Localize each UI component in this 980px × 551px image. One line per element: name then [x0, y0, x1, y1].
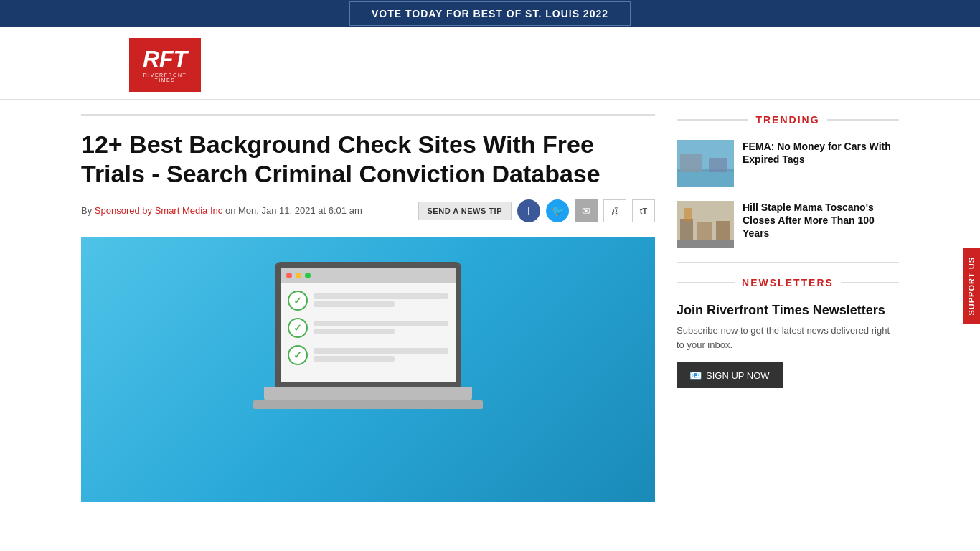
author-link[interactable]: Sponsored by Smart Media Inc	[95, 205, 222, 216]
trending-label: TRENDING	[755, 114, 819, 126]
check-circle-1: ✓	[288, 291, 308, 311]
window-dot-red	[286, 273, 292, 278]
vote-banner-link[interactable]: VOTE TODAY FOR BEST OF ST. LOUIS 2022	[349, 1, 631, 26]
line-group-2	[314, 321, 448, 334]
screen-content: ✓ ✓	[281, 283, 456, 372]
text-size-button[interactable]: tT	[632, 199, 655, 222]
window-dot-green	[305, 273, 311, 278]
article-meta: By Sponsored by Smart Media Inc on Mon, …	[81, 199, 655, 222]
line-short-3	[314, 356, 395, 362]
svg-rect-6	[680, 219, 693, 244]
line-long-2	[314, 321, 448, 326]
line-long-1	[314, 293, 448, 299]
sign-up-label: SIGN UP NOW	[706, 370, 770, 381]
sign-up-icon: 📧	[689, 369, 702, 381]
article-title: 12+ Best Background Check Sites With Fre…	[81, 130, 655, 189]
svg-rect-4	[709, 158, 727, 172]
top-banner[interactable]: VOTE TODAY FOR BEST OF ST. LOUIS 2022	[0, 0, 980, 27]
newsletters-label: NEWSLETTERS	[742, 277, 834, 288]
support-us-button[interactable]: SUPPORT US	[963, 248, 980, 324]
article-image: ✓ ✓	[81, 237, 655, 502]
trending-text-1: FEMA: No Money for Cars With Expired Tag…	[743, 140, 899, 187]
sidebar: TRENDING FEMA: No Money for Cars With Ex…	[677, 100, 899, 502]
logo-container: RFT RIVERFRONT TIMES	[129, 38, 980, 92]
trending-thumb-2	[677, 201, 734, 248]
laptop-screen: ✓ ✓	[275, 262, 461, 387]
line-group-3	[314, 348, 448, 362]
twitter-share-button[interactable]: 🐦	[546, 199, 569, 222]
article-main: 12+ Best Background Check Sites With Fre…	[81, 100, 677, 502]
svg-rect-9	[677, 240, 734, 248]
logo-sub-text: RIVERFRONT TIMES	[133, 72, 197, 83]
send-news-tip-button[interactable]: SEND A NEWS TIP	[418, 202, 512, 220]
check-mark-2: ✓	[293, 322, 302, 334]
line-group-1	[314, 293, 448, 307]
trending-line-right	[827, 119, 899, 121]
trending-thumb-1	[677, 140, 734, 187]
email-share-button[interactable]: ✉	[575, 199, 598, 222]
trending-item-1[interactable]: FEMA: No Money for Cars With Expired Tag…	[677, 140, 899, 187]
check-circle-3: ✓	[288, 345, 308, 365]
trending-section-header: TRENDING	[677, 114, 899, 126]
check-mark-1: ✓	[293, 295, 302, 306]
laptop-bottom	[253, 400, 483, 409]
newsletters-line-left	[677, 282, 735, 283]
header: RFT RIVERFRONT TIMES	[0, 27, 980, 100]
laptop-illustration: ✓ ✓	[246, 262, 490, 463]
content-wrapper: 12+ Best Background Check Sites With Fre…	[67, 100, 913, 502]
trending-headline-2: Hill Staple Mama Toscano's Closes After …	[743, 202, 875, 239]
svg-rect-10	[684, 208, 692, 221]
sign-up-button[interactable]: 📧 SIGN UP NOW	[677, 362, 783, 388]
author-suffix: on Mon, Jan 11, 2021 at 6:01 am	[225, 205, 362, 216]
logo-rft-text: RFT	[143, 47, 187, 70]
line-short-2	[314, 329, 395, 334]
svg-rect-3	[680, 154, 702, 172]
laptop-base	[264, 387, 472, 400]
newsletter-title: Join Riverfront Times Newsletters	[677, 303, 899, 318]
window-dot-yellow	[296, 273, 301, 278]
trending-item-2[interactable]: Hill Staple Mama Toscano's Closes After …	[677, 201, 899, 248]
section-divider	[677, 262, 899, 263]
trending-text-2: Hill Staple Mama Toscano's Closes After …	[743, 201, 899, 248]
author-line: By Sponsored by Smart Media Inc on Mon, …	[81, 205, 362, 216]
screen-top-bar	[281, 268, 456, 283]
check-mark-3: ✓	[293, 349, 302, 361]
newsletters-line-right	[841, 282, 899, 283]
newsletters-section-header: NEWSLETTERS	[677, 277, 899, 288]
line-long-3	[314, 348, 448, 354]
checklist-item-1: ✓	[288, 291, 448, 311]
svg-rect-2	[677, 172, 734, 187]
article-divider	[81, 114, 655, 116]
trending-line-left	[677, 119, 748, 121]
checklist-item-2: ✓	[288, 318, 448, 338]
print-button[interactable]: 🖨	[603, 199, 626, 222]
logo-box[interactable]: RFT RIVERFRONT TIMES	[129, 38, 201, 92]
author-prefix: By	[81, 205, 92, 216]
meta-actions: SEND A NEWS TIP f 🐦 ✉ 🖨 tT	[418, 199, 655, 222]
check-circle-2: ✓	[288, 318, 308, 338]
facebook-share-button[interactable]: f	[517, 199, 540, 222]
line-short-1	[314, 301, 395, 307]
checklist-item-3: ✓	[288, 345, 448, 365]
newsletter-desc: Subscribe now to get the latest news del…	[677, 324, 899, 352]
trending-headline-1: FEMA: No Money for Cars With Expired Tag…	[743, 141, 891, 165]
support-us-wrapper: SUPPORT US	[963, 248, 980, 327]
